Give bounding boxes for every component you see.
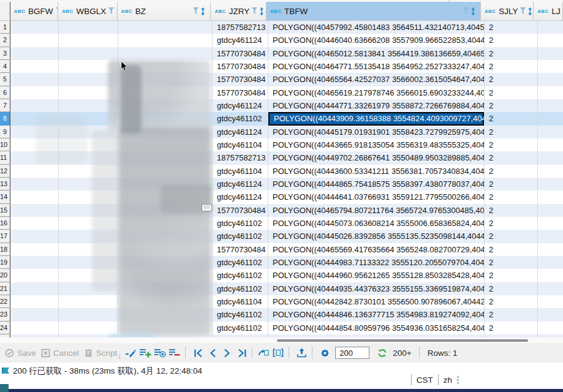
cell-wbglx[interactable]	[59, 217, 118, 230]
cell-jzry[interactable]: gtdcy461124	[213, 178, 268, 190]
cell-sjly[interactable]: 2	[485, 151, 538, 164]
cell-bgfw[interactable]	[10, 190, 59, 203]
filter-icon[interactable]	[463, 7, 477, 15]
cell-bz[interactable]	[118, 34, 213, 47]
row-number[interactable]: 3	[0, 47, 10, 60]
cell-lj[interactable]	[538, 269, 563, 282]
delete-row-button[interactable]	[168, 346, 181, 360]
cell-bgfw[interactable]	[10, 295, 59, 308]
cell-lj[interactable]	[538, 99, 563, 112]
cell-bz[interactable]	[118, 86, 213, 99]
row-number[interactable]: 14	[0, 190, 10, 203]
cell-sjly[interactable]: 2	[485, 230, 538, 243]
cell-jzry[interactable]: gtdcy461124	[213, 190, 268, 203]
cell-bgfw[interactable]	[10, 99, 59, 112]
cell-lj[interactable]	[538, 256, 563, 269]
cell-jzry[interactable]: 15770730484	[213, 204, 268, 217]
row-number[interactable]: 6	[0, 86, 10, 99]
cell-tbfw[interactable]: POLYGON((40457992.45801483 3564511.43214…	[268, 21, 485, 34]
next-page-button[interactable]	[221, 346, 234, 360]
cell-bz[interactable]	[118, 204, 213, 217]
row-number[interactable]: 16	[0, 217, 10, 230]
cell-sjly[interactable]: 2	[485, 243, 538, 256]
cell-tbfw[interactable]: POLYGON((40442842.8730101 3556500.907896…	[268, 295, 485, 308]
cell-wbglx[interactable]	[59, 295, 118, 308]
cell-bz[interactable]	[118, 126, 213, 138]
cell-sjly[interactable]: 2	[485, 308, 538, 321]
column-header-tbfw[interactable]: ABCTBFW	[266, 2, 481, 20]
row-number[interactable]: 23	[0, 308, 10, 321]
cell-wbglx[interactable]	[59, 34, 118, 47]
fetch-next-segment-button[interactable]	[257, 346, 270, 360]
cell-jzry[interactable]: gtdcy461104	[213, 165, 268, 178]
selected-cell[interactable]: POLYGON((40443909.36158388 3554824.40930…	[268, 112, 485, 125]
cell-lj[interactable]	[538, 47, 563, 60]
cell-tbfw[interactable]: POLYGON((40465619.217978746 3566015.6903…	[268, 86, 485, 99]
cell-bz[interactable]	[118, 308, 213, 321]
cell-sjly[interactable]: 2	[485, 138, 538, 151]
cell-jzry[interactable]: gtdcy461102	[213, 322, 268, 334]
cell-wbglx[interactable]	[59, 165, 118, 178]
cell-sjly[interactable]: 2	[485, 126, 538, 138]
first-page-button[interactable]	[191, 346, 205, 360]
cell-bgfw[interactable]	[10, 86, 59, 99]
cell-lj[interactable]	[538, 308, 563, 321]
cell-bz[interactable]	[118, 99, 213, 112]
cell-tbfw[interactable]: POLYGON((40444865.75418575 3558397.43807…	[268, 178, 485, 190]
cell-jzry[interactable]: 15770730484	[213, 73, 268, 86]
row-number[interactable]: 4	[0, 60, 10, 73]
previous-page-button[interactable]	[206, 346, 219, 360]
cell-jzry[interactable]: 15770730484	[213, 47, 268, 60]
cell-jzry[interactable]: gtdcy461102	[213, 269, 268, 282]
cell-wbglx[interactable]	[59, 269, 118, 282]
cell-lj[interactable]	[538, 217, 563, 230]
cell-wbglx[interactable]	[59, 99, 118, 112]
cell-bz[interactable]	[118, 112, 213, 125]
cell-jzry[interactable]: 15770730484	[213, 243, 268, 256]
row-number[interactable]: 13	[0, 178, 10, 190]
row-number[interactable]: 1	[0, 21, 10, 34]
cell-tbfw[interactable]: POLYGON((40444983.71133322 3555120.20550…	[268, 256, 485, 269]
column-header-jzry[interactable]: ABCJZRY	[211, 2, 266, 20]
cell-bgfw[interactable]	[10, 138, 59, 151]
cell-bz[interactable]	[118, 165, 213, 178]
cell-sjly[interactable]: 2	[485, 112, 538, 125]
cell-jzry[interactable]: gtdcy461102	[213, 230, 268, 243]
cell-wbglx[interactable]	[59, 190, 118, 203]
cell-bz[interactable]	[118, 295, 213, 308]
column-header-lj[interactable]: ABCLJ	[534, 2, 563, 20]
cell-lj[interactable]	[538, 204, 563, 217]
row-number[interactable]: 11	[0, 151, 10, 164]
cell-bgfw[interactable]	[10, 165, 59, 178]
cell-lj[interactable]	[538, 86, 563, 99]
cell-bgfw[interactable]	[10, 73, 59, 86]
cell-wbglx[interactable]	[59, 60, 118, 73]
cell-tbfw[interactable]: POLYGON((40465794.807211764 3565724.9765…	[268, 204, 485, 217]
cancel-button[interactable]: Cancel	[41, 349, 79, 358]
cell-bz[interactable]	[118, 230, 213, 243]
cell-tbfw[interactable]: POLYGON((40465569.417635664 3565248.0827…	[268, 243, 485, 256]
cell-tbfw[interactable]: POLYGON((40443665.918135054 3556319.4835…	[268, 138, 485, 151]
row-number[interactable]: 8	[0, 112, 10, 125]
cell-jzry[interactable]: gtdcy461102	[213, 217, 268, 230]
cell-jzry[interactable]: gtdcy461104	[213, 138, 268, 151]
cell-jzry[interactable]: 15770730484	[213, 86, 268, 99]
cell-lj[interactable]	[538, 295, 563, 308]
cell-jzry[interactable]: gtdcy461124	[213, 126, 268, 138]
cell-bgfw[interactable]	[10, 256, 59, 269]
cell-bgfw[interactable]	[10, 60, 59, 73]
cell-sjly[interactable]: 2	[485, 256, 538, 269]
refresh-icon[interactable]	[376, 346, 389, 360]
cell-tbfw[interactable]: POLYGON((40449702.26867641 3550489.95032…	[268, 151, 485, 164]
cell-sjly[interactable]: 2	[485, 322, 538, 334]
cell-lj[interactable]	[538, 21, 563, 34]
cell-wbglx[interactable]	[59, 308, 118, 321]
cell-sjly[interactable]: 2	[485, 47, 538, 60]
add-row-button[interactable]	[138, 346, 152, 360]
cell-tbfw[interactable]: POLYGON((40465012.5813841 3564419.386136…	[268, 47, 485, 60]
cell-tbfw[interactable]: POLYGON((40444935.44376323 3555155.33695…	[268, 282, 485, 295]
cell-wbglx[interactable]	[59, 151, 118, 164]
cell-bgfw[interactable]	[10, 243, 59, 256]
row-number[interactable]: 20	[0, 269, 10, 282]
cell-jzry[interactable]: gtdcy461102	[213, 308, 268, 321]
